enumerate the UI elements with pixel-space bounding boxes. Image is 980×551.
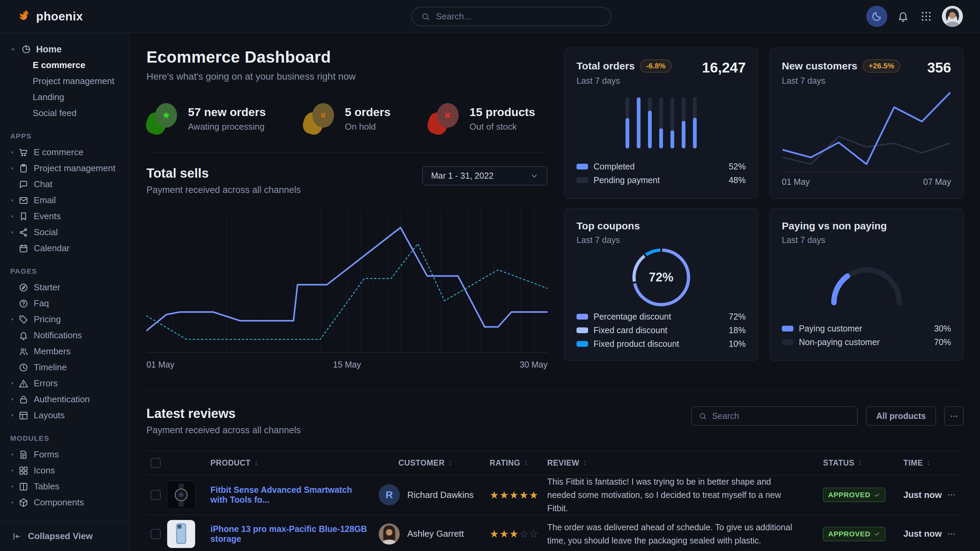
legend-label: Fixed card discount <box>593 326 723 335</box>
collapse-icon <box>11 531 22 541</box>
help-icon <box>18 299 29 309</box>
sidebar-item-layouts[interactable]: Layouts <box>0 407 130 423</box>
sidebar-item-forms[interactable]: Forms <box>0 446 130 462</box>
user-avatar[interactable] <box>942 6 963 27</box>
theme-toggle-button[interactable] <box>866 6 888 27</box>
avatar: R <box>379 484 400 505</box>
reviews-subtitle: Payment received across all channels <box>146 425 301 436</box>
sidebar-item-label: Authentication <box>34 394 90 405</box>
kebab-icon <box>950 412 959 421</box>
card-title: Paying vs non paying <box>782 220 887 232</box>
sidebar-item-label: Notifications <box>34 330 82 341</box>
sidebar-item-email[interactable]: Email <box>0 192 130 208</box>
caret-right-icon <box>10 316 15 322</box>
page-title: Ecommerce Dashboard <box>146 48 547 67</box>
row-checkbox[interactable] <box>151 529 161 539</box>
calendar-icon <box>18 243 29 254</box>
all-products-button[interactable]: All products <box>866 407 936 426</box>
sidebar-group-home[interactable]: Home <box>0 41 130 57</box>
caret-right-icon <box>10 381 15 386</box>
row-checkbox[interactable] <box>151 490 161 500</box>
sidebar-section-label: PAGES <box>0 267 130 275</box>
sidebar: HomeE commerceProject managementLandingS… <box>0 33 130 551</box>
total-sells-subtitle: Payment received across all channels <box>146 185 301 195</box>
sidebar-item-chat[interactable]: Chat <box>0 176 130 192</box>
column-header-time[interactable]: TIME <box>890 459 939 468</box>
row-kebab-icon[interactable] <box>947 530 956 538</box>
product-link[interactable]: iPhone 13 pro max-Pacific Blue-128GB sto… <box>210 524 371 544</box>
sidebar-item-errors[interactable]: Errors <box>0 375 130 391</box>
column-header-status[interactable]: STATUS <box>811 459 890 468</box>
stat-value: 5 orders <box>345 105 391 119</box>
reviews-search[interactable] <box>691 407 858 426</box>
sidebar-item-social[interactable]: Social <box>0 224 130 240</box>
sidebar-group-label: Home <box>36 44 62 55</box>
product-link[interactable]: Fitbit Sense Advanced Smartwatch with To… <box>210 485 371 505</box>
caret-right-icon <box>10 397 15 402</box>
donut-center-value: 72% <box>629 245 694 310</box>
caret-right-icon <box>10 197 15 203</box>
review-text: The order was delivered ahead of schedul… <box>536 521 811 547</box>
pause-icon <box>318 110 328 121</box>
stat-value: 15 products <box>469 105 535 119</box>
x-axis-label: 07 May <box>923 177 951 187</box>
sidebar-item-label: Errors <box>34 378 58 389</box>
sidebar-item-starter[interactable]: Starter <box>0 279 130 295</box>
product-thumbnail[interactable] <box>167 520 196 548</box>
apps-grid-button[interactable] <box>919 9 934 24</box>
collapsed-view-toggle[interactable]: Collapsed View <box>0 521 130 551</box>
table-row: Fitbit Sense Advanced Smartwatch with To… <box>146 475 964 515</box>
product-thumbnail[interactable] <box>167 481 196 509</box>
reviews-more-button[interactable] <box>944 407 964 426</box>
row-kebab-icon[interactable] <box>947 491 956 499</box>
sidebar-item-notifications[interactable]: Notifications <box>0 327 130 343</box>
column-header-customer[interactable]: CUSTOMER <box>378 459 480 468</box>
notifications-button[interactable] <box>896 9 910 24</box>
reviews-search-input[interactable] <box>712 411 850 421</box>
dashboard-left-column: Ecommerce Dashboard Here's what's going … <box>146 48 547 373</box>
brand[interactable]: phoenix <box>0 8 83 24</box>
column-header-rating[interactable]: RATING <box>480 459 536 468</box>
main-content: Ecommerce Dashboard Here's what's going … <box>130 33 980 551</box>
sidebar-item-project-management[interactable]: Project management <box>0 73 130 89</box>
sidebar-item-label: Layouts <box>34 410 65 421</box>
sidebar-item-events[interactable]: Events <box>0 208 130 224</box>
sidebar-item-label: Tables <box>34 481 59 492</box>
global-search[interactable] <box>411 7 612 26</box>
sidebar-item-e-commerce[interactable]: E commerce <box>0 144 130 160</box>
grid-icon <box>18 465 29 476</box>
sidebar-item-timeline[interactable]: Timeline <box>0 359 130 375</box>
sidebar-item-calendar[interactable]: Calendar <box>0 240 130 256</box>
global-search-input[interactable] <box>436 11 602 22</box>
sidebar-item-faq[interactable]: Faq <box>0 295 130 311</box>
cart-icon <box>18 148 29 157</box>
review-time: Just now <box>890 529 939 539</box>
sidebar-item-e-commerce[interactable]: E commerce <box>0 57 130 73</box>
sidebar-item-members[interactable]: Members <box>0 343 130 359</box>
sidebar-item-tables[interactable]: Tables <box>0 478 130 494</box>
sidebar-item-social-feed[interactable]: Social feed <box>0 105 130 121</box>
sidebar-item-icons[interactable]: Icons <box>0 462 130 478</box>
date-range-select[interactable]: Mar 1 - 31, 2022 <box>422 166 547 186</box>
reviews-title: Latest reviews <box>146 407 301 421</box>
total-orders-value: 16,247 <box>702 60 746 76</box>
sidebar-item-project-management[interactable]: Project management <box>0 160 130 176</box>
sidebar-item-components[interactable]: Components <box>0 494 130 510</box>
sidebar-item-authentication[interactable]: Authentication <box>0 391 130 407</box>
latest-reviews-section: Latest reviews Payment received across a… <box>146 407 964 551</box>
legend-value: 30% <box>934 324 951 333</box>
collapsed-view-label: Collapsed View <box>28 531 92 541</box>
x-axis-label: 01 May <box>146 360 174 370</box>
select-all-checkbox[interactable] <box>151 458 161 468</box>
sidebar-item-pricing[interactable]: Pricing <box>0 311 130 327</box>
sidebar-item-label: Members <box>34 346 70 357</box>
sidebar-item-landing[interactable]: Landing <box>0 89 130 105</box>
package-icon <box>18 497 29 508</box>
column-header-review[interactable]: REVIEW <box>536 459 811 468</box>
bell-icon <box>897 10 909 22</box>
legend-label: Completed <box>593 162 723 171</box>
column-header-product[interactable]: PRODUCT <box>167 459 378 468</box>
sidebar-item-label: Project management <box>34 163 115 173</box>
x-icon <box>443 110 453 121</box>
legend-label: Percentage discount <box>593 312 723 322</box>
